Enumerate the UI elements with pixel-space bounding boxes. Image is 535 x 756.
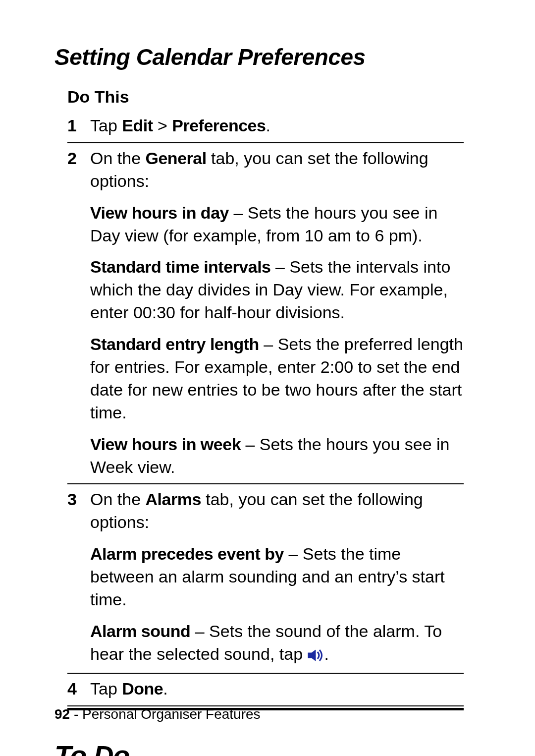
step-number: 1 [67,115,90,137]
step-number: 2 [67,147,90,170]
step-row: 1 Tap Edit > Preferences. [67,111,464,142]
text: On the [90,490,146,509]
text: On the [90,149,146,168]
option-label: Alarm sound [90,622,190,640]
option-label: Alarm precedes event by [90,544,284,563]
text: > [153,116,172,135]
table-header-do-this: Do This [67,87,481,107]
text: . [266,116,270,135]
ui-label-general-tab: General [146,149,207,168]
text: Tap [90,116,122,135]
step-body: On the Alarms tab, you can set the follo… [90,488,464,667]
option-label: Standard time intervals [90,257,271,276]
step-body: Tap Done. [90,678,464,700]
step-body: Tap Edit > Preferences. [90,115,464,137]
page-number: 92 [54,706,70,722]
section-heading-calendar-prefs: Setting Calendar Preferences [54,44,481,70]
step-number: 4 [67,678,90,700]
option-label: Standard entry length [90,335,259,353]
text: . [163,679,167,698]
step-body: On the General tab, you can set the foll… [90,147,464,479]
speaker-icon [308,645,324,668]
text: Tap [90,679,122,698]
section-heading-todo: To Do [54,739,481,756]
step-row: 3 On the Alarms tab, you can set the fol… [67,483,464,672]
option-label: View hours in week [90,435,241,454]
ui-label-alarms-tab: Alarms [146,490,201,509]
ui-label-edit: Edit [122,116,153,135]
page: Setting Calendar Preferences Do This 1 T… [0,0,535,756]
steps-table: 1 Tap Edit > Preferences. 2 On the Gener… [67,111,464,705]
option-text: . [324,644,329,663]
step-row: 2 On the General tab, you can set the fo… [67,142,464,484]
step-number: 3 [67,488,90,511]
svg-rect-0 [308,653,312,658]
page-footer: 92 - Personal Organiser Features [54,706,261,722]
step-row: 4 Tap Done. [67,673,464,705]
footer-separator: - [70,706,82,722]
footer-section: Personal Organiser Features [82,706,261,722]
ui-label-preferences: Preferences [172,116,266,135]
ui-label-done: Done [122,679,163,698]
svg-marker-1 [312,650,316,661]
option-label: View hours in day [90,203,229,222]
